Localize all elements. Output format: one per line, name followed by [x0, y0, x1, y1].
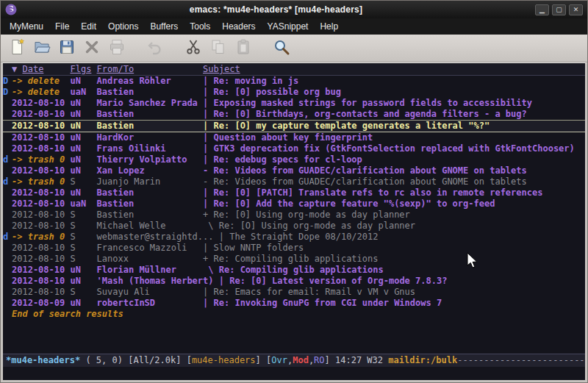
close-buffer-icon — [83, 38, 101, 59]
copy-icon — [209, 38, 227, 59]
row-date: 2012-08-10 — [12, 265, 70, 276]
close-buffer-button[interactable] — [79, 37, 104, 60]
row-date: 2012-08-10 — [12, 109, 70, 120]
row-from: Juanjo Marin — [97, 176, 198, 187]
row-subject: - Re: Videos from GUADEC/clarification a… — [198, 165, 527, 176]
column-header-subject[interactable]: Subject — [198, 64, 240, 74]
modeline-segment-ovr: Ovr — [271, 355, 287, 365]
column-header-date[interactable]: Date — [22, 64, 43, 74]
row-flags: uN — [70, 276, 96, 287]
save-button[interactable] — [54, 37, 79, 60]
row-subject: | Re: [0] Latest version of Org-mode 7.8… — [214, 276, 448, 286]
row-flags: uN — [70, 154, 96, 165]
print-button — [104, 37, 129, 60]
message-row[interactable]: 2012-08-10SBastien+ Re: [0] Using org-mo… — [3, 210, 585, 221]
message-row[interactable]: 2012-08-10uNHardKor| Question about key … — [3, 132, 585, 143]
row-subject: | Re: Emacs for email: Rmail v VM v Gnus — [198, 287, 415, 297]
row-flags: uN — [70, 143, 96, 154]
message-row[interactable]: d-> trash 0SJuanjo Marin- Re: Videos fro… — [3, 176, 585, 187]
echo-area[interactable] — [3, 367, 585, 380]
message-row[interactable]: 2012-08-10uNFlorian Müllner \ Re: Compil… — [3, 265, 585, 276]
row-flags: S — [70, 221, 96, 232]
search-icon — [273, 38, 290, 59]
row-date: 2012-08-10 — [12, 221, 70, 232]
row-flags: uaN — [70, 198, 96, 210]
titlebar[interactable]: emacs: *mu4e-headers* [mu4e-headers] ▁ ▢… — [1, 1, 587, 18]
row-from: Bastien — [97, 187, 198, 198]
new-file-icon — [8, 38, 26, 59]
message-row[interactable]: 2012-08-10uNBastien| Re: [O] my capture … — [3, 120, 585, 132]
menu-file[interactable]: File — [49, 19, 75, 34]
row-subject: | The Straight Dope 08/10/2012 — [214, 232, 379, 242]
row-flags: S — [70, 232, 96, 243]
toolbar — [1, 35, 587, 62]
row-flags: S — [70, 243, 96, 254]
toolbar-separator — [256, 37, 269, 60]
row-from: HardKor — [97, 132, 198, 143]
row-from: Thierry Volpiatto — [97, 154, 198, 165]
message-row[interactable]: 2012-08-10uNFrans Oilinki| GTK3 deprecat… — [3, 143, 585, 154]
row-mark: D — [3, 76, 12, 87]
menu-yasnippet[interactable]: YASnippet — [262, 19, 315, 34]
message-row[interactable]: 2012-08-09uNrobertcInSD| Re: Invoking Gn… — [3, 298, 585, 309]
message-row[interactable]: 2012-08-10uNBastien| Re: [0] Birthdays, … — [3, 109, 585, 120]
buffer-area[interactable]: ▼ DateFlgsFrom/ToSubject D-> deleteuNAnd… — [3, 63, 585, 354]
cut-button[interactable] — [181, 37, 206, 60]
row-date: 2012-08-10 — [12, 143, 70, 154]
minimize-button[interactable]: ▁ — [535, 4, 549, 15]
menu-options[interactable]: Options — [102, 19, 144, 34]
message-row[interactable]: 2012-08-10uaNBastien| Re: [0] Add the ca… — [3, 198, 585, 210]
message-row[interactable]: 2012-08-10uNXan Lopez- Re: Videos from G… — [3, 165, 585, 176]
row-date: -> delete — [12, 76, 70, 87]
message-row[interactable]: D-> deleteuNAndreas Röhler| Re: moving i… — [3, 76, 585, 87]
open-folder-icon — [33, 38, 51, 59]
message-row[interactable]: 2012-08-10uNMario Sanchez Prada| Exposin… — [3, 98, 585, 109]
maximize-button[interactable]: ▢ — [552, 4, 566, 15]
row-date: 2012-08-09 — [12, 298, 70, 309]
row-from: Suvayu Ali — [97, 287, 198, 298]
cut-icon — [184, 38, 202, 59]
modeline-segment-maildir: maildir:/bulk — [388, 355, 457, 365]
row-date: 2012-08-10 — [12, 210, 70, 221]
message-row[interactable]: 2012-08-10uNBastien| Re: [0] [PATCH] Tra… — [3, 187, 585, 198]
menu-edit[interactable]: Edit — [75, 19, 102, 34]
modeline-segment-mode: mu4e-headers — [192, 355, 256, 365]
message-row[interactable]: 2012-08-10SFrancesco Mazzoli| Slow NNTP … — [3, 243, 585, 254]
open-folder-button[interactable] — [29, 37, 54, 60]
message-row[interactable]: 2012-08-10SSuvayu Ali| Re: Emacs for ema… — [3, 287, 585, 298]
modeline-segment-plain: ( 5, 0) [All/2.0k] [ — [80, 355, 192, 365]
row-from: 'Mash (Thomas Herbert) — [97, 276, 214, 287]
message-row[interactable]: 2012-08-10uN'Mash (Thomas Herbert)| Re: … — [3, 276, 585, 287]
row-subject: | Slow NNTP folders — [198, 243, 304, 253]
row-mark: D — [3, 87, 12, 98]
menu-buffers[interactable]: Buffers — [144, 19, 184, 34]
row-flags: S — [70, 176, 96, 187]
message-row[interactable]: D-> deleteuaNBastien| Re: [0] possible o… — [3, 87, 585, 98]
emacs-icon — [5, 4, 17, 15]
menu-mymenu[interactable]: MyMenu — [4, 19, 49, 34]
row-from: Bastien — [97, 210, 198, 221]
modeline-segment-plain: ] [ — [256, 355, 272, 365]
save-icon — [58, 38, 76, 59]
row-date: 2012-08-10 — [12, 254, 70, 265]
column-header-from[interactable]: From/To — [97, 64, 198, 75]
message-list: D-> deleteuNAndreas Röhler| Re: moving i… — [3, 76, 585, 309]
row-flags: uN — [70, 298, 96, 309]
new-file-button[interactable] — [4, 37, 29, 60]
menubar: MyMenuFileEditOptionsBuffersToolsHeaders… — [1, 18, 587, 35]
menu-help[interactable]: Help — [314, 19, 344, 34]
message-row[interactable]: d-> trash 0uNThierry Volpiatto| Re: edeb… — [3, 154, 585, 165]
row-from: Francesco Mazzoli — [97, 243, 198, 254]
message-row[interactable]: 2012-08-10SMichael Welle \ Re: [O] Using… — [3, 221, 585, 232]
message-row[interactable]: 2012-08-10SLanoxx+ Re: Compiling glib ap… — [3, 254, 585, 265]
message-row[interactable]: d-> trash 0Swebmaster@straightd...| The … — [3, 232, 585, 243]
search-button[interactable] — [269, 37, 294, 60]
row-flags: uN — [70, 109, 96, 120]
menu-headers[interactable]: Headers — [216, 19, 261, 34]
close-button[interactable]: ✕ — [569, 4, 583, 15]
modeline[interactable]: *mu4e-headers* ( 5, 0) [All/2.0k] [mu4e-… — [3, 354, 585, 367]
row-date: -> trash 0 — [12, 176, 70, 187]
menu-tools[interactable]: Tools — [184, 19, 216, 34]
column-header-flags[interactable]: Flgs — [70, 64, 96, 75]
row-subject: | Re: edebug specs for cl-loop — [198, 154, 362, 165]
